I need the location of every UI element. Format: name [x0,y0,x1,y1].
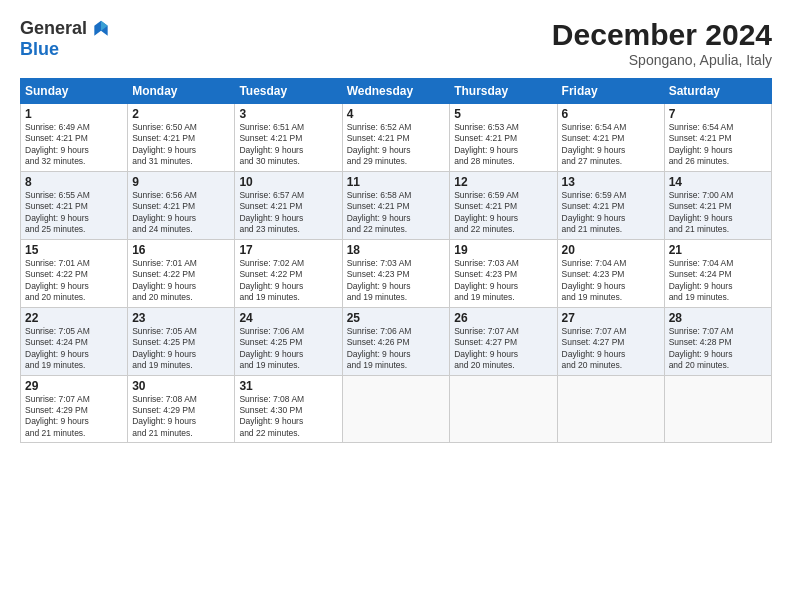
col-sunday: Sunday [21,79,128,104]
table-row: 10 Sunrise: 6:57 AMSunset: 4:21 PMDaylig… [235,171,342,239]
day-number: 22 [25,311,123,325]
day-number: 25 [347,311,446,325]
day-info: Sunrise: 6:50 AMSunset: 4:21 PMDaylight:… [132,122,197,166]
table-row: 7 Sunrise: 6:54 AMSunset: 4:21 PMDayligh… [664,104,771,172]
day-info: Sunrise: 7:07 AMSunset: 4:29 PMDaylight:… [25,394,90,438]
day-info: Sunrise: 7:01 AMSunset: 4:22 PMDaylight:… [25,258,90,302]
table-row: 28 Sunrise: 7:07 AMSunset: 4:28 PMDaylig… [664,307,771,375]
table-row: 13 Sunrise: 6:59 AMSunset: 4:21 PMDaylig… [557,171,664,239]
day-number: 29 [25,379,123,393]
day-number: 16 [132,243,230,257]
day-info: Sunrise: 6:59 AMSunset: 4:21 PMDaylight:… [562,190,627,234]
day-number: 11 [347,175,446,189]
table-row: 31 Sunrise: 7:08 AMSunset: 4:30 PMDaylig… [235,375,342,443]
day-info: Sunrise: 6:52 AMSunset: 4:21 PMDaylight:… [347,122,412,166]
day-info: Sunrise: 7:06 AMSunset: 4:26 PMDaylight:… [347,326,412,370]
day-number: 13 [562,175,660,189]
calendar-week-row: 22 Sunrise: 7:05 AMSunset: 4:24 PMDaylig… [21,307,772,375]
table-row: 30 Sunrise: 7:08 AMSunset: 4:29 PMDaylig… [128,375,235,443]
day-number: 1 [25,107,123,121]
logo-blue-text: Blue [20,39,59,60]
table-row: 14 Sunrise: 7:00 AMSunset: 4:21 PMDaylig… [664,171,771,239]
table-row: 29 Sunrise: 7:07 AMSunset: 4:29 PMDaylig… [21,375,128,443]
day-info: Sunrise: 7:04 AMSunset: 4:24 PMDaylight:… [669,258,734,302]
table-row: 20 Sunrise: 7:04 AMSunset: 4:23 PMDaylig… [557,239,664,307]
col-friday: Friday [557,79,664,104]
day-number: 3 [239,107,337,121]
day-number: 24 [239,311,337,325]
day-number: 26 [454,311,552,325]
day-info: Sunrise: 6:58 AMSunset: 4:21 PMDaylight:… [347,190,412,234]
table-row: 8 Sunrise: 6:55 AMSunset: 4:21 PMDayligh… [21,171,128,239]
table-row: 5 Sunrise: 6:53 AMSunset: 4:21 PMDayligh… [450,104,557,172]
table-row [664,375,771,443]
day-info: Sunrise: 6:55 AMSunset: 4:21 PMDaylight:… [25,190,90,234]
day-number: 6 [562,107,660,121]
day-info: Sunrise: 7:07 AMSunset: 4:28 PMDaylight:… [669,326,734,370]
day-number: 21 [669,243,767,257]
table-row: 23 Sunrise: 7:05 AMSunset: 4:25 PMDaylig… [128,307,235,375]
day-number: 14 [669,175,767,189]
day-info: Sunrise: 6:59 AMSunset: 4:21 PMDaylight:… [454,190,519,234]
day-info: Sunrise: 7:08 AMSunset: 4:30 PMDaylight:… [239,394,304,438]
table-row: 3 Sunrise: 6:51 AMSunset: 4:21 PMDayligh… [235,104,342,172]
day-info: Sunrise: 7:02 AMSunset: 4:22 PMDaylight:… [239,258,304,302]
table-row: 6 Sunrise: 6:54 AMSunset: 4:21 PMDayligh… [557,104,664,172]
day-info: Sunrise: 6:54 AMSunset: 4:21 PMDaylight:… [562,122,627,166]
day-number: 28 [669,311,767,325]
table-row: 9 Sunrise: 6:56 AMSunset: 4:21 PMDayligh… [128,171,235,239]
day-number: 19 [454,243,552,257]
table-row: 24 Sunrise: 7:06 AMSunset: 4:25 PMDaylig… [235,307,342,375]
calendar-week-row: 8 Sunrise: 6:55 AMSunset: 4:21 PMDayligh… [21,171,772,239]
day-number: 15 [25,243,123,257]
day-number: 20 [562,243,660,257]
table-row: 2 Sunrise: 6:50 AMSunset: 4:21 PMDayligh… [128,104,235,172]
day-info: Sunrise: 7:08 AMSunset: 4:29 PMDaylight:… [132,394,197,438]
day-number: 10 [239,175,337,189]
calendar-week-row: 15 Sunrise: 7:01 AMSunset: 4:22 PMDaylig… [21,239,772,307]
day-number: 4 [347,107,446,121]
col-saturday: Saturday [664,79,771,104]
day-number: 5 [454,107,552,121]
page: General Blue December 2024 Spongano, Apu… [0,0,792,612]
header: General Blue December 2024 Spongano, Apu… [20,18,772,68]
day-number: 9 [132,175,230,189]
title-block: December 2024 Spongano, Apulia, Italy [552,18,772,68]
logo-icon [91,19,111,39]
day-info: Sunrise: 6:49 AMSunset: 4:21 PMDaylight:… [25,122,90,166]
table-row [557,375,664,443]
table-row [450,375,557,443]
table-row: 1 Sunrise: 6:49 AMSunset: 4:21 PMDayligh… [21,104,128,172]
calendar-week-row: 1 Sunrise: 6:49 AMSunset: 4:21 PMDayligh… [21,104,772,172]
location: Spongano, Apulia, Italy [552,52,772,68]
day-info: Sunrise: 7:06 AMSunset: 4:25 PMDaylight:… [239,326,304,370]
day-number: 27 [562,311,660,325]
month-title: December 2024 [552,18,772,52]
day-info: Sunrise: 6:56 AMSunset: 4:21 PMDaylight:… [132,190,197,234]
table-row: 17 Sunrise: 7:02 AMSunset: 4:22 PMDaylig… [235,239,342,307]
table-row [342,375,450,443]
day-number: 30 [132,379,230,393]
table-row: 16 Sunrise: 7:01 AMSunset: 4:22 PMDaylig… [128,239,235,307]
day-info: Sunrise: 7:00 AMSunset: 4:21 PMDaylight:… [669,190,734,234]
day-info: Sunrise: 7:07 AMSunset: 4:27 PMDaylight:… [562,326,627,370]
day-info: Sunrise: 6:54 AMSunset: 4:21 PMDaylight:… [669,122,734,166]
day-info: Sunrise: 7:07 AMSunset: 4:27 PMDaylight:… [454,326,519,370]
table-row: 22 Sunrise: 7:05 AMSunset: 4:24 PMDaylig… [21,307,128,375]
day-info: Sunrise: 7:01 AMSunset: 4:22 PMDaylight:… [132,258,197,302]
day-number: 18 [347,243,446,257]
table-row: 21 Sunrise: 7:04 AMSunset: 4:24 PMDaylig… [664,239,771,307]
table-row: 11 Sunrise: 6:58 AMSunset: 4:21 PMDaylig… [342,171,450,239]
table-row: 15 Sunrise: 7:01 AMSunset: 4:22 PMDaylig… [21,239,128,307]
day-info: Sunrise: 7:05 AMSunset: 4:25 PMDaylight:… [132,326,197,370]
table-row: 18 Sunrise: 7:03 AMSunset: 4:23 PMDaylig… [342,239,450,307]
day-number: 8 [25,175,123,189]
day-info: Sunrise: 7:03 AMSunset: 4:23 PMDaylight:… [347,258,412,302]
col-monday: Monday [128,79,235,104]
day-info: Sunrise: 7:05 AMSunset: 4:24 PMDaylight:… [25,326,90,370]
col-thursday: Thursday [450,79,557,104]
day-info: Sunrise: 6:51 AMSunset: 4:21 PMDaylight:… [239,122,304,166]
col-wednesday: Wednesday [342,79,450,104]
logo-general-text: General [20,18,87,39]
day-number: 31 [239,379,337,393]
